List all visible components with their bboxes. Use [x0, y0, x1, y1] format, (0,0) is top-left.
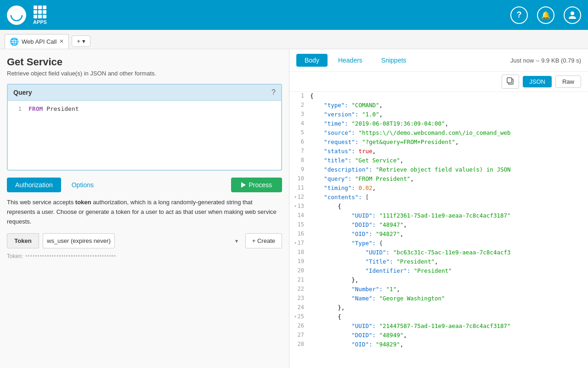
- json-line: 14 "UUID": "111f2361-75ad-11e9-aeaa-7c8c…: [289, 212, 588, 221]
- line-content: "version": "1.0",: [308, 111, 383, 118]
- query-editor[interactable]: 1 FROM President: [8, 101, 281, 170]
- line-gutter: 11: [289, 184, 308, 191]
- json-line: ▾13 {: [289, 202, 588, 212]
- json-value: "1.0": [362, 111, 379, 118]
- raw-format-button[interactable]: Raw: [555, 75, 581, 88]
- json-value: 0.02: [358, 184, 372, 191]
- create-token-button[interactable]: + Create: [245, 233, 282, 248]
- apps-grid-icon: [34, 6, 46, 18]
- fold-arrow-icon[interactable]: ▾: [294, 204, 296, 208]
- fold-arrow-icon[interactable]: ▾: [294, 241, 296, 245]
- json-line: 26 "UUID": "21447587-75ad-11e9-aeaa-7c8c…: [289, 322, 588, 331]
- json-viewer[interactable]: 1{2 "type": "COMAND",3 "version": "1.0",…: [289, 92, 588, 368]
- snippets-tab[interactable]: Snippets: [373, 54, 414, 67]
- json-value: "94827": [376, 230, 400, 237]
- headers-tab[interactable]: Headers: [330, 54, 371, 67]
- line-content: "Number": "1",: [308, 286, 400, 293]
- query-help-icon[interactable]: ?: [271, 88, 276, 97]
- process-button[interactable]: Process: [231, 178, 282, 192]
- json-key: "Title":: [365, 258, 396, 265]
- line-gutter: 23: [289, 295, 308, 301]
- json-value: "COMAND": [351, 102, 379, 109]
- json-line: ▾12 "contents": [: [289, 193, 588, 202]
- json-value: "?get&query=FROM+President": [362, 138, 455, 145]
- fold-arrow-icon[interactable]: ▾: [294, 195, 296, 199]
- json-value: [: [365, 194, 369, 201]
- json-line: 19 "Title": "President",: [289, 258, 588, 267]
- response-header: Body Headers Snippets Just now -- 9.9 KB…: [289, 49, 588, 72]
- json-key: "UUID":: [365, 249, 393, 256]
- token-row: Token ws_user (expires never) ▾ + Create: [7, 233, 282, 248]
- line-content: },: [308, 276, 358, 283]
- options-tab[interactable]: Options: [63, 178, 102, 192]
- token-select[interactable]: ws_user (expires never): [43, 233, 115, 248]
- line-number: 11: [298, 184, 304, 191]
- web-api-call-tab[interactable]: 🌐 Web API Call ✕: [5, 34, 69, 49]
- json-key: "request":: [324, 138, 362, 145]
- line-content: "UUID": "111f2361-75ad-11e9-aeaa-7c8c4ac…: [308, 212, 511, 219]
- token-display-value: ••••••••••••••••••••••••••••••••••••••: [25, 253, 116, 259]
- process-label: Process: [249, 181, 272, 189]
- json-key: "OID":: [351, 230, 376, 237]
- line-content: "timing": 0.02,: [308, 184, 376, 191]
- new-tab-button[interactable]: + ▾: [72, 35, 90, 47]
- line-number: 25: [298, 313, 304, 320]
- line-number-1: 1: [12, 105, 22, 112]
- line-number: 9: [301, 166, 304, 172]
- response-toolbar: JSON Raw: [289, 72, 588, 92]
- copy-button[interactable]: [502, 75, 519, 89]
- json-line: 16 "OID": "94827",: [289, 230, 588, 239]
- fold-arrow-icon[interactable]: ▾: [294, 314, 296, 319]
- line-gutter: ▾17: [289, 240, 308, 246]
- json-line: 20 "Identifier": "President": [289, 267, 588, 276]
- apps-button[interactable]: APPS: [33, 6, 47, 25]
- body-tab[interactable]: Body: [296, 54, 328, 67]
- json-line: 18 "UUID": "bc63c31c-75ac-11e9-aeaa-7c8c…: [289, 248, 588, 258]
- json-line: 2 "type": "COMAND",: [289, 101, 588, 110]
- tab-close-button[interactable]: ✕: [59, 38, 64, 45]
- user-avatar[interactable]: [564, 6, 581, 24]
- json-value: "21447587-75ad-11e9-aeaa-7c8c4acf3187": [379, 322, 511, 329]
- json-value: "George Washington": [379, 295, 445, 302]
- token-display: Token: •••••••••••••••••••••••••••••••••…: [7, 253, 282, 259]
- json-value: "President": [414, 267, 452, 274]
- line-number: 22: [298, 286, 304, 292]
- json-key: "description":: [324, 166, 376, 173]
- line-gutter: ▾12: [289, 194, 308, 200]
- line-content: "time": "2019-06-08T19:36:09-04:00",: [308, 120, 448, 127]
- tab-icon: 🌐: [10, 37, 19, 46]
- line-content: "Identifier": "President": [308, 267, 452, 274]
- json-value: "President": [396, 258, 435, 265]
- from-keyword: FROM: [28, 105, 43, 112]
- line-content: "query": "FROM President",: [308, 175, 414, 182]
- json-value: "48949": [379, 332, 404, 339]
- json-line: ▾17 "Type": {: [289, 239, 588, 248]
- help-button[interactable]: ?: [510, 6, 528, 24]
- json-value: "48947": [379, 221, 404, 228]
- svg-rect-4: [507, 78, 512, 83]
- json-line: 28 "OID": "94829",: [289, 340, 588, 350]
- line-number: 5: [301, 129, 304, 136]
- json-value: "Retrieve object field value(s) in JSON: [376, 166, 511, 173]
- json-line: 24 },: [289, 304, 588, 313]
- line-gutter: ▾13: [289, 203, 308, 209]
- notifications-button[interactable]: 🔔: [537, 6, 554, 24]
- line-content: "Title": "President",: [308, 258, 438, 265]
- json-value: "bc63c31c-75ac-11e9-aeaa-7c8c4acf3: [393, 249, 511, 256]
- json-value: "111f2361-75ad-11e9-aeaa-7c8c4acf3187": [379, 212, 511, 219]
- json-line: 5 "source": "https:\/\/demo.webcomand.co…: [289, 129, 588, 138]
- logo[interactable]: [7, 6, 26, 25]
- line-gutter: 3: [289, 111, 308, 117]
- line-content: "DOID": "48949",: [308, 332, 407, 339]
- json-key: "timing":: [324, 184, 358, 191]
- line-content: "Type": {: [308, 240, 383, 247]
- json-value: "2019-06-08T19:36:09-04:00": [351, 120, 445, 127]
- json-format-button[interactable]: JSON: [523, 76, 552, 87]
- line-gutter: 2: [289, 102, 308, 108]
- line-gutter: 22: [289, 286, 308, 292]
- line-content: "title": "Get Service",: [308, 157, 403, 164]
- query-code: FROM President: [28, 105, 79, 112]
- line-number: 18: [298, 249, 304, 255]
- authorization-tab[interactable]: Authorization: [7, 178, 61, 192]
- json-line: 23 "Name": "George Washington": [289, 294, 588, 304]
